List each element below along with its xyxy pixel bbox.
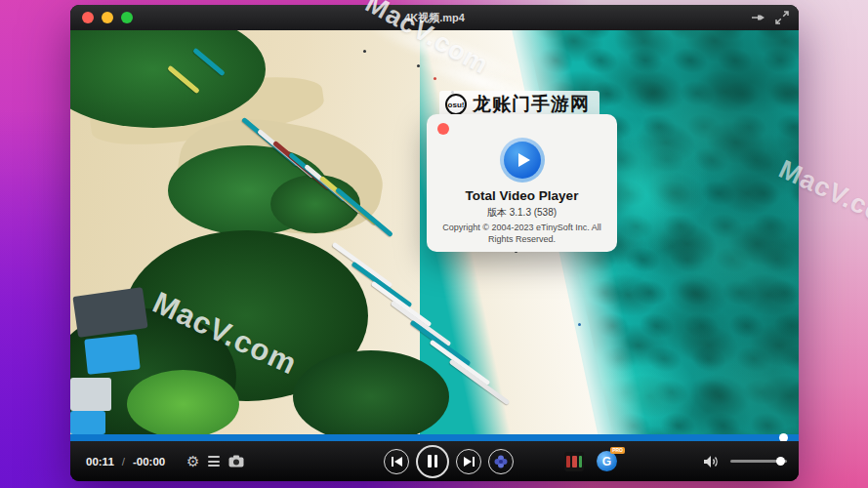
video-frame[interactable]: osu! 龙账门手游网 Total Video Player 版本 3.1.3 …	[70, 30, 799, 434]
snapshot-icon[interactable]	[228, 455, 244, 468]
dialog-close-button[interactable]	[437, 123, 449, 135]
scene-building	[70, 378, 111, 411]
scene-lawn	[127, 370, 239, 434]
settings-icon[interactable]: ⚙	[186, 454, 199, 468]
effects-icon	[494, 455, 508, 468]
scene-person	[363, 50, 366, 53]
play-triangle-icon	[518, 153, 530, 167]
next-button[interactable]	[456, 449, 481, 474]
pro-badge: PRO	[610, 447, 625, 454]
osu-logo: osu!	[445, 94, 467, 115]
pause-button[interactable]	[416, 445, 449, 478]
volume-icon[interactable]	[703, 455, 721, 468]
control-bar: 00:11 / -00:00 ⚙	[70, 441, 799, 481]
window-titlebar[interactable]: 4K视频.mp4	[70, 5, 799, 30]
playback-controls	[384, 441, 514, 481]
about-dialog: Total Video Player 版本 3.1.3 (538) Copyri…	[427, 114, 617, 252]
pause-icon	[428, 455, 437, 468]
previous-button[interactable]	[384, 449, 409, 474]
fullscreen-icon[interactable]	[775, 11, 789, 24]
version-text: 版本 3.1.3 (538)	[427, 206, 617, 220]
pin-icon[interactable]	[751, 11, 765, 24]
app-icon	[500, 138, 545, 183]
scene-blue-tarp	[84, 334, 140, 374]
scene-person	[578, 323, 581, 326]
remaining-time: -00:00	[133, 456, 165, 468]
copyright-text: Copyright © 2004-2023 eTinySoft Inc. All…	[440, 222, 603, 245]
play-bubble-icon	[504, 142, 541, 179]
player-window: 4K视频.mp4	[70, 5, 799, 481]
volume-handle[interactable]	[776, 457, 785, 466]
film-strip-icon[interactable]	[564, 452, 584, 471]
elapsed-time: 00:11	[86, 456, 114, 468]
playlist-icon[interactable]	[208, 456, 220, 467]
volume-slider[interactable]	[730, 460, 787, 463]
pro-app-icon[interactable]: G PRO	[597, 451, 617, 471]
scene-blue-tarp	[70, 411, 105, 434]
effects-button[interactable]	[488, 449, 514, 474]
titlebar-icons	[751, 5, 789, 30]
app-name: Total Video Player	[427, 188, 617, 203]
window-title: 4K视频.mp4	[70, 11, 799, 25]
time-separator: /	[122, 456, 125, 468]
progress-bar[interactable]	[70, 434, 799, 441]
screen: 4K视频.mp4	[0, 0, 868, 488]
pro-app-letter: G	[602, 455, 611, 468]
left-tool-icons: ⚙	[186, 441, 244, 481]
right-tool-icons: G PRO	[564, 441, 787, 481]
time-display: 00:11 / -00:00	[86, 441, 165, 481]
scene-trees	[293, 350, 449, 434]
